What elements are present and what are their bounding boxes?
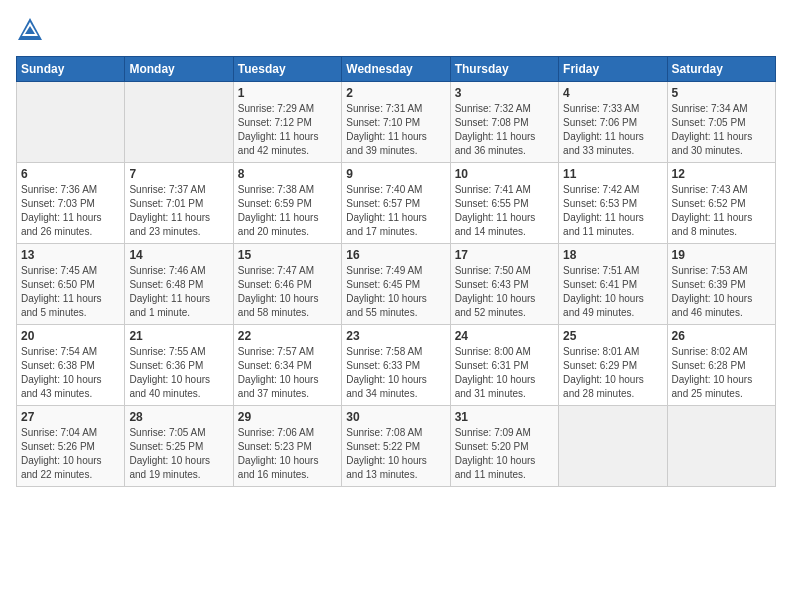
calendar-cell: 13Sunrise: 7:45 AM Sunset: 6:50 PM Dayli… bbox=[17, 244, 125, 325]
calendar-cell: 9Sunrise: 7:40 AM Sunset: 6:57 PM Daylig… bbox=[342, 163, 450, 244]
calendar-cell: 24Sunrise: 8:00 AM Sunset: 6:31 PM Dayli… bbox=[450, 325, 558, 406]
day-number: 15 bbox=[238, 248, 337, 262]
week-row-4: 20Sunrise: 7:54 AM Sunset: 6:38 PM Dayli… bbox=[17, 325, 776, 406]
calendar-cell: 11Sunrise: 7:42 AM Sunset: 6:53 PM Dayli… bbox=[559, 163, 667, 244]
day-info: Sunrise: 7:40 AM Sunset: 6:57 PM Dayligh… bbox=[346, 183, 445, 239]
day-number: 11 bbox=[563, 167, 662, 181]
day-info: Sunrise: 7:58 AM Sunset: 6:33 PM Dayligh… bbox=[346, 345, 445, 401]
calendar-cell bbox=[17, 82, 125, 163]
day-number: 14 bbox=[129, 248, 228, 262]
day-info: Sunrise: 7:42 AM Sunset: 6:53 PM Dayligh… bbox=[563, 183, 662, 239]
day-info: Sunrise: 8:00 AM Sunset: 6:31 PM Dayligh… bbox=[455, 345, 554, 401]
day-number: 30 bbox=[346, 410, 445, 424]
day-info: Sunrise: 7:32 AM Sunset: 7:08 PM Dayligh… bbox=[455, 102, 554, 158]
header-tuesday: Tuesday bbox=[233, 57, 341, 82]
day-info: Sunrise: 7:49 AM Sunset: 6:45 PM Dayligh… bbox=[346, 264, 445, 320]
day-number: 2 bbox=[346, 86, 445, 100]
day-info: Sunrise: 7:47 AM Sunset: 6:46 PM Dayligh… bbox=[238, 264, 337, 320]
calendar-cell: 29Sunrise: 7:06 AM Sunset: 5:23 PM Dayli… bbox=[233, 406, 341, 487]
header-monday: Monday bbox=[125, 57, 233, 82]
calendar-cell: 15Sunrise: 7:47 AM Sunset: 6:46 PM Dayli… bbox=[233, 244, 341, 325]
logo[interactable] bbox=[16, 16, 48, 44]
day-number: 1 bbox=[238, 86, 337, 100]
day-number: 24 bbox=[455, 329, 554, 343]
day-info: Sunrise: 7:33 AM Sunset: 7:06 PM Dayligh… bbox=[563, 102, 662, 158]
day-info: Sunrise: 7:04 AM Sunset: 5:26 PM Dayligh… bbox=[21, 426, 120, 482]
day-info: Sunrise: 7:08 AM Sunset: 5:22 PM Dayligh… bbox=[346, 426, 445, 482]
calendar-cell bbox=[667, 406, 775, 487]
calendar-cell: 12Sunrise: 7:43 AM Sunset: 6:52 PM Dayli… bbox=[667, 163, 775, 244]
calendar-cell: 2Sunrise: 7:31 AM Sunset: 7:10 PM Daylig… bbox=[342, 82, 450, 163]
day-info: Sunrise: 7:38 AM Sunset: 6:59 PM Dayligh… bbox=[238, 183, 337, 239]
calendar-cell: 20Sunrise: 7:54 AM Sunset: 6:38 PM Dayli… bbox=[17, 325, 125, 406]
day-info: Sunrise: 7:53 AM Sunset: 6:39 PM Dayligh… bbox=[672, 264, 771, 320]
day-number: 6 bbox=[21, 167, 120, 181]
logo-icon bbox=[16, 16, 44, 44]
weekday-header-row: SundayMondayTuesdayWednesdayThursdayFrid… bbox=[17, 57, 776, 82]
calendar-cell: 1Sunrise: 7:29 AM Sunset: 7:12 PM Daylig… bbox=[233, 82, 341, 163]
calendar-cell: 18Sunrise: 7:51 AM Sunset: 6:41 PM Dayli… bbox=[559, 244, 667, 325]
day-info: Sunrise: 7:06 AM Sunset: 5:23 PM Dayligh… bbox=[238, 426, 337, 482]
day-info: Sunrise: 7:43 AM Sunset: 6:52 PM Dayligh… bbox=[672, 183, 771, 239]
day-info: Sunrise: 7:50 AM Sunset: 6:43 PM Dayligh… bbox=[455, 264, 554, 320]
day-info: Sunrise: 7:09 AM Sunset: 5:20 PM Dayligh… bbox=[455, 426, 554, 482]
day-info: Sunrise: 7:34 AM Sunset: 7:05 PM Dayligh… bbox=[672, 102, 771, 158]
day-info: Sunrise: 7:51 AM Sunset: 6:41 PM Dayligh… bbox=[563, 264, 662, 320]
calendar-cell: 3Sunrise: 7:32 AM Sunset: 7:08 PM Daylig… bbox=[450, 82, 558, 163]
day-info: Sunrise: 7:29 AM Sunset: 7:12 PM Dayligh… bbox=[238, 102, 337, 158]
week-row-5: 27Sunrise: 7:04 AM Sunset: 5:26 PM Dayli… bbox=[17, 406, 776, 487]
calendar-cell: 22Sunrise: 7:57 AM Sunset: 6:34 PM Dayli… bbox=[233, 325, 341, 406]
calendar-cell: 19Sunrise: 7:53 AM Sunset: 6:39 PM Dayli… bbox=[667, 244, 775, 325]
calendar-cell: 21Sunrise: 7:55 AM Sunset: 6:36 PM Dayli… bbox=[125, 325, 233, 406]
calendar-cell: 8Sunrise: 7:38 AM Sunset: 6:59 PM Daylig… bbox=[233, 163, 341, 244]
day-number: 31 bbox=[455, 410, 554, 424]
calendar-table: SundayMondayTuesdayWednesdayThursdayFrid… bbox=[16, 56, 776, 487]
calendar-cell: 14Sunrise: 7:46 AM Sunset: 6:48 PM Dayli… bbox=[125, 244, 233, 325]
day-number: 20 bbox=[21, 329, 120, 343]
day-info: Sunrise: 7:57 AM Sunset: 6:34 PM Dayligh… bbox=[238, 345, 337, 401]
page-header bbox=[16, 16, 776, 44]
day-info: Sunrise: 7:36 AM Sunset: 7:03 PM Dayligh… bbox=[21, 183, 120, 239]
calendar-cell: 26Sunrise: 8:02 AM Sunset: 6:28 PM Dayli… bbox=[667, 325, 775, 406]
day-number: 29 bbox=[238, 410, 337, 424]
day-info: Sunrise: 8:02 AM Sunset: 6:28 PM Dayligh… bbox=[672, 345, 771, 401]
day-number: 27 bbox=[21, 410, 120, 424]
day-number: 3 bbox=[455, 86, 554, 100]
calendar-cell: 17Sunrise: 7:50 AM Sunset: 6:43 PM Dayli… bbox=[450, 244, 558, 325]
calendar-cell: 10Sunrise: 7:41 AM Sunset: 6:55 PM Dayli… bbox=[450, 163, 558, 244]
day-number: 23 bbox=[346, 329, 445, 343]
calendar-cell: 25Sunrise: 8:01 AM Sunset: 6:29 PM Dayli… bbox=[559, 325, 667, 406]
day-number: 7 bbox=[129, 167, 228, 181]
calendar-cell bbox=[125, 82, 233, 163]
calendar-cell: 30Sunrise: 7:08 AM Sunset: 5:22 PM Dayli… bbox=[342, 406, 450, 487]
header-wednesday: Wednesday bbox=[342, 57, 450, 82]
week-row-1: 1Sunrise: 7:29 AM Sunset: 7:12 PM Daylig… bbox=[17, 82, 776, 163]
week-row-2: 6Sunrise: 7:36 AM Sunset: 7:03 PM Daylig… bbox=[17, 163, 776, 244]
day-number: 25 bbox=[563, 329, 662, 343]
day-info: Sunrise: 7:46 AM Sunset: 6:48 PM Dayligh… bbox=[129, 264, 228, 320]
calendar-cell: 7Sunrise: 7:37 AM Sunset: 7:01 PM Daylig… bbox=[125, 163, 233, 244]
calendar-cell: 31Sunrise: 7:09 AM Sunset: 5:20 PM Dayli… bbox=[450, 406, 558, 487]
calendar-cell: 28Sunrise: 7:05 AM Sunset: 5:25 PM Dayli… bbox=[125, 406, 233, 487]
day-number: 26 bbox=[672, 329, 771, 343]
day-number: 16 bbox=[346, 248, 445, 262]
day-number: 4 bbox=[563, 86, 662, 100]
day-number: 18 bbox=[563, 248, 662, 262]
day-number: 17 bbox=[455, 248, 554, 262]
day-info: Sunrise: 7:41 AM Sunset: 6:55 PM Dayligh… bbox=[455, 183, 554, 239]
week-row-3: 13Sunrise: 7:45 AM Sunset: 6:50 PM Dayli… bbox=[17, 244, 776, 325]
day-info: Sunrise: 8:01 AM Sunset: 6:29 PM Dayligh… bbox=[563, 345, 662, 401]
header-sunday: Sunday bbox=[17, 57, 125, 82]
calendar-cell: 16Sunrise: 7:49 AM Sunset: 6:45 PM Dayli… bbox=[342, 244, 450, 325]
day-number: 10 bbox=[455, 167, 554, 181]
calendar-cell: 27Sunrise: 7:04 AM Sunset: 5:26 PM Dayli… bbox=[17, 406, 125, 487]
day-number: 9 bbox=[346, 167, 445, 181]
day-info: Sunrise: 7:54 AM Sunset: 6:38 PM Dayligh… bbox=[21, 345, 120, 401]
calendar-cell: 5Sunrise: 7:34 AM Sunset: 7:05 PM Daylig… bbox=[667, 82, 775, 163]
day-number: 19 bbox=[672, 248, 771, 262]
calendar-cell: 4Sunrise: 7:33 AM Sunset: 7:06 PM Daylig… bbox=[559, 82, 667, 163]
day-number: 5 bbox=[672, 86, 771, 100]
calendar-cell: 23Sunrise: 7:58 AM Sunset: 6:33 PM Dayli… bbox=[342, 325, 450, 406]
day-info: Sunrise: 7:05 AM Sunset: 5:25 PM Dayligh… bbox=[129, 426, 228, 482]
day-info: Sunrise: 7:45 AM Sunset: 6:50 PM Dayligh… bbox=[21, 264, 120, 320]
